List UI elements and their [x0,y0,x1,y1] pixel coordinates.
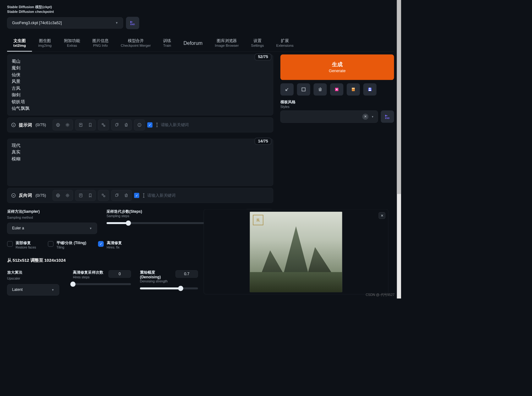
tab-image-browser[interactable]: 图库浏览器Image Browser [209,35,245,51]
arrow-down-left-icon[interactable] [280,83,294,95]
prompt-checkbox[interactable]: ✓ [147,122,153,127]
image-stamp-icon: 風 [252,214,264,226]
chevron-down-icon: ▼ [115,21,118,24]
upscaler-label-en: Upscaler [7,276,64,280]
tab-settings[interactable]: 设置Settings [245,35,270,51]
neg-keyword-placeholder: 请输入新关键词 [147,193,176,198]
denoise-label-cn: 重绘幅度(Denoising) [140,270,173,279]
denoise-value[interactable]: 0.7 [176,270,198,278]
main-tabs: 文生图txt2img图生图img2img附加功能Extras图片信息PNG In… [7,35,394,51]
denoise-label-en: Denoising strength [140,279,173,283]
output-panel: 風 ✕ [204,209,388,294]
scrollbar[interactable] [397,0,401,299]
trash-icon[interactable] [122,120,131,129]
sampler-label-cn: 采样方法(Sampler) [7,209,97,214]
neg-keyword-input[interactable]: 请输入新关键词 [142,193,270,198]
text-cursor-icon [155,122,159,127]
svg-rect-18 [370,88,371,88]
svg-rect-10 [116,194,117,197]
chevron-down-icon: ▼ [52,288,54,292]
gear-icon[interactable] [63,120,72,129]
chevron-down-icon: ▼ [371,115,374,118]
refresh-checkpoint-button[interactable]: END [126,17,139,29]
text-cursor-icon [142,193,146,198]
generate-button[interactable]: 生成 Generate [280,54,394,80]
prompt-toolbar-count: (0/75) [35,122,46,127]
prompt-token-counter: 52/75 [255,53,271,61]
svg-rect-4 [116,124,117,126]
refresh-styles-button[interactable]: END [381,110,394,123]
upscaler-label-cn: 放大算法 [7,270,64,275]
checkpoint-label-cn: Stable Diffusion 模型(ckpt) [7,5,394,9]
prompt-keyword-placeholder: 请输入新关键词 [161,122,189,127]
bookmark-icon[interactable] [86,191,95,200]
styles-select[interactable]: ✕ ▼ [280,110,378,123]
generate-label-cn: 生成 [332,61,342,68]
tab-extras[interactable]: 附加功能Extras [58,35,86,51]
trash-icon[interactable] [122,191,131,200]
denoise-slider[interactable] [140,287,198,289]
globe-icon[interactable] [54,191,62,200]
close-output-button[interactable]: ✕ [379,212,385,219]
copy-icon[interactable] [112,191,121,200]
bookmark-icon[interactable] [86,120,95,129]
hires-steps-label-cn: 高清修复采样次数 [73,270,106,275]
hires-steps-value[interactable]: 0 [108,270,131,278]
copy-icon[interactable] [112,120,121,129]
chevron-down-icon: ▼ [89,227,92,230]
svg-point-6 [12,193,15,197]
collapse-icon[interactable] [11,122,16,128]
collapse-icon[interactable] [11,192,16,198]
svg-rect-15 [352,88,355,88]
clipboard-icon[interactable] [347,83,360,95]
upscaler-select[interactable]: Latent ▼ [7,284,59,295]
prompt-keyword-input[interactable]: 请输入新关键词 [155,122,269,127]
checkpoint-select[interactable]: GuoFeng3.ckpt [74c61c3a52] ▼ [7,17,123,29]
steps-label-en: Sampling steps [106,214,142,218]
translate-icon[interactable] [99,191,108,200]
ai-icon[interactable] [135,120,144,129]
prompt-textarea[interactable]: 蜀山 魔剑 仙侠 风景 古风 御剑 锁妖塔 仙气飘飘 [7,54,273,115]
tab-txt2img[interactable]: 文生图txt2img [7,35,32,51]
clear-styles-icon[interactable]: ✕ [362,114,369,120]
history-icon[interactable] [77,191,85,200]
globe-icon[interactable] [54,120,62,129]
checkpoint-label-en: Stable Diffusion checkpoint [7,9,394,14]
steps-label-cn: 采样迭代步数(Steps) [106,209,142,214]
neg-prompt-textarea[interactable]: 现代 真实 模糊 [7,138,273,186]
neg-toolbar-count: (0/75) [35,193,46,198]
stop-icon[interactable] [297,83,310,95]
sampler-label-en: Sampling method [7,216,97,219]
tab-extensions[interactable]: 扩展Extensions [270,35,300,51]
hires-steps-label-en: Hires steps [73,275,106,279]
tiling-checkbox[interactable]: 平铺/分块 (Tiling)Tiling [48,240,86,249]
history-icon[interactable] [77,120,85,129]
tab-png-info[interactable]: 图片信息PNG Info [86,35,114,51]
hires-steps-slider[interactable] [73,283,131,285]
neg-toolbar-title: 反向词 [19,192,32,199]
svg-point-0 [12,123,15,127]
restore-faces-checkbox[interactable]: 面部修复Restore faces [7,240,36,249]
neg-prompt-toolbar: 反向词 (0/75) ✓ [7,188,273,203]
tab-deforum[interactable]: Deforum [177,35,209,51]
trash-icon[interactable] [313,83,327,95]
save-icon[interactable] [363,83,377,95]
generate-label-en: Generate [329,68,345,73]
gear-icon[interactable] [63,191,72,200]
svg-rect-19 [369,89,371,91]
svg-point-13 [336,88,338,90]
svg-point-8 [67,195,68,196]
output-image[interactable]: 風 [250,212,342,292]
watermark: CSDN @-代号9527 [366,293,394,297]
upscaler-value: Latent [12,287,23,292]
svg-point-2 [67,124,68,126]
neg-prompt-checkbox[interactable]: ✓ [134,193,139,198]
sampler-select[interactable]: Euler a ▼ [7,222,97,234]
translate-icon[interactable] [99,120,108,129]
tab-checkpoint-merger[interactable]: 模型合并Checkpoint Merger [115,35,157,51]
image-icon[interactable] [330,83,343,95]
tab-train[interactable]: 训练Train [157,35,177,51]
hires-fix-checkbox[interactable]: ✓ 高清修复Hires. fix [98,240,122,249]
checkpoint-value: GuoFeng3.ckpt [74c61c3a52] [12,21,62,25]
tab-img2img[interactable]: 图生图img2img [32,35,58,51]
